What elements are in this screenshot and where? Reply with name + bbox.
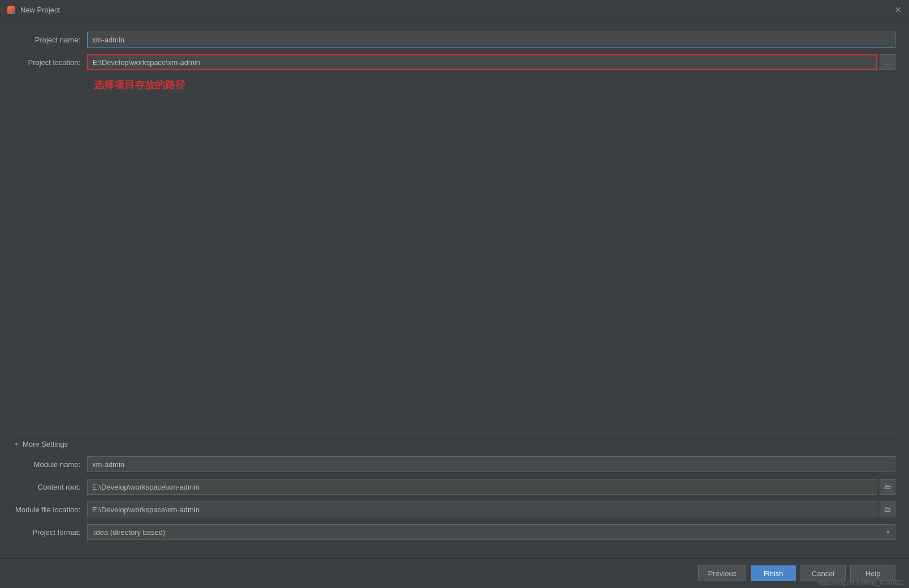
dialog-footer: Previous Finish Cancel Help bbox=[0, 558, 909, 588]
app-icon bbox=[7, 6, 16, 15]
project-format-select-wrapper: .idea (directory based) .ipr (file based… bbox=[87, 524, 895, 540]
dialog-content: Project name: Project location: ... 选择项目… bbox=[0, 20, 909, 558]
previous-button[interactable]: Previous bbox=[698, 565, 746, 581]
dialog-title: New Project bbox=[20, 6, 60, 14]
finish-button[interactable]: Finish bbox=[751, 565, 796, 581]
module-name-row: Module name: bbox=[14, 456, 895, 472]
content-root-label: Content root: bbox=[14, 483, 87, 491]
content-root-browse-button[interactable]: 🗁 bbox=[880, 479, 895, 495]
module-name-label: Module name: bbox=[14, 460, 87, 469]
module-file-location-input-wrapper: 🗁 bbox=[87, 501, 895, 517]
project-format-dropdown-wrapper: .idea (directory based) .ipr (file based… bbox=[87, 524, 895, 540]
project-name-input-wrapper bbox=[87, 32, 895, 47]
help-button[interactable]: Help bbox=[850, 565, 895, 581]
more-settings-section: ▼ More Settings Module name: Content roo… bbox=[14, 433, 895, 547]
module-file-location-label: Module file location: bbox=[14, 505, 87, 514]
project-location-input[interactable] bbox=[87, 54, 877, 70]
project-format-select[interactable]: .idea (directory based) .ipr (file based… bbox=[87, 524, 895, 540]
content-spacer bbox=[14, 96, 895, 433]
annotation-text: 选择项目存放的路径 bbox=[94, 78, 895, 92]
content-root-input[interactable] bbox=[87, 479, 877, 495]
project-name-label: Project name: bbox=[14, 36, 87, 44]
module-name-input-wrapper bbox=[87, 456, 895, 472]
more-settings-label: More Settings bbox=[23, 440, 68, 448]
folder-icon: 🗁 bbox=[884, 483, 891, 491]
module-file-location-row: Module file location: 🗁 bbox=[14, 501, 895, 517]
project-location-label: Project location: bbox=[14, 58, 87, 67]
close-button[interactable]: ✕ bbox=[893, 6, 902, 15]
project-name-input[interactable] bbox=[87, 32, 895, 47]
more-settings-header[interactable]: ▼ More Settings bbox=[14, 440, 895, 448]
project-format-row: Project format: .idea (directory based) … bbox=[14, 524, 895, 540]
project-name-row: Project name: bbox=[14, 32, 895, 47]
module-file-location-browse-button[interactable]: 🗁 bbox=[880, 501, 895, 517]
content-root-row: Content root: 🗁 bbox=[14, 479, 895, 495]
watermark: https://blog.csdn.net/qq_41581031 bbox=[818, 580, 904, 586]
module-file-location-input[interactable] bbox=[87, 501, 877, 517]
project-location-row: Project location: ... bbox=[14, 54, 895, 70]
content-root-input-wrapper: 🗁 bbox=[87, 479, 895, 495]
collapse-arrow-icon: ▼ bbox=[14, 441, 19, 447]
title-bar: New Project ✕ bbox=[0, 0, 909, 20]
browse-button[interactable]: ... bbox=[880, 54, 895, 70]
title-bar-left: New Project bbox=[7, 6, 60, 15]
more-settings-form: Module name: Content root: 🗁 bbox=[14, 456, 895, 540]
cancel-button[interactable]: Cancel bbox=[800, 565, 846, 581]
project-location-input-wrapper: ... bbox=[87, 54, 895, 70]
folder-icon-2: 🗁 bbox=[884, 505, 891, 513]
module-name-input[interactable] bbox=[87, 456, 895, 472]
new-project-dialog: New Project ✕ Project name: Project loca… bbox=[0, 0, 909, 588]
project-format-label: Project format: bbox=[14, 528, 87, 537]
